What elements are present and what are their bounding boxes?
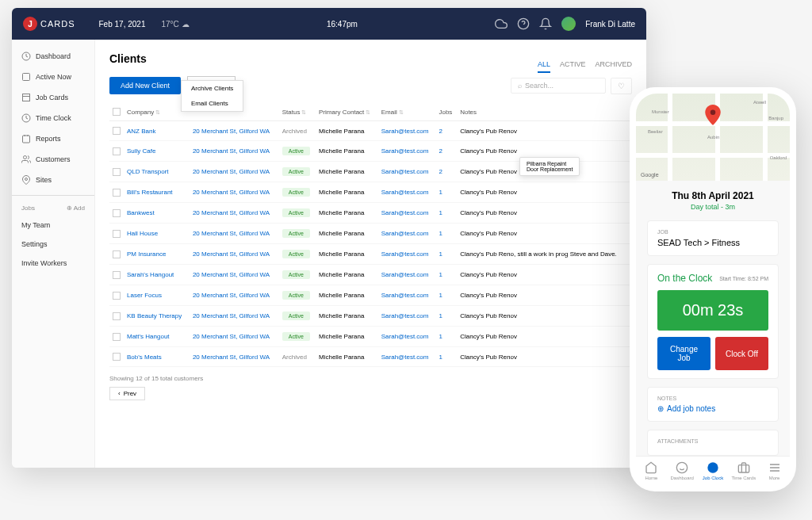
table-row[interactable]: ANZ Bank 20 Merchant St, Gilford WA Arch…: [109, 121, 632, 141]
tab-time-cards[interactable]: Time Cards: [728, 461, 759, 480]
tab-all[interactable]: ALL: [538, 57, 550, 73]
company-link[interactable]: Sarah's Hangout: [127, 271, 174, 278]
table-row[interactable]: Matt's Hangout 20 Merchant St, Gilford W…: [109, 327, 632, 347]
company-link[interactable]: ANZ Bank: [127, 128, 155, 135]
company-link[interactable]: Bill's Restaurant: [127, 189, 173, 196]
row-checkbox[interactable]: [113, 353, 121, 361]
favorite-button[interactable]: ♡: [611, 78, 632, 94]
table-row[interactable]: PM Insurance 20 Merchant St, Gilford WA …: [109, 244, 632, 265]
jobs-count[interactable]: 2: [439, 168, 442, 175]
jobs-count[interactable]: 1: [439, 312, 442, 319]
address-link[interactable]: 20 Merchant St, Gilford WA: [193, 250, 270, 258]
row-checkbox[interactable]: [113, 230, 121, 238]
jobs-count[interactable]: 1: [439, 230, 442, 237]
email-link[interactable]: Sarah@test.com: [381, 250, 429, 258]
select-all-checkbox[interactable]: [113, 108, 121, 116]
tab-job-clock[interactable]: Job Clock: [698, 461, 729, 480]
company-link[interactable]: Matt's Hangout: [127, 333, 170, 340]
table-row[interactable]: Bob's Meats 20 Merchant St, Gilford WA A…: [109, 347, 632, 367]
table-row[interactable]: KB Beauty Therapy 20 Merchant St, Gilfor…: [109, 306, 632, 327]
col-status[interactable]: Status⇅: [279, 103, 316, 121]
email-link[interactable]: Sarah@test.com: [381, 209, 429, 216]
add-client-button[interactable]: Add New Client: [109, 77, 181, 94]
prev-button[interactable]: ‹ Prev: [109, 387, 145, 400]
change-job-button[interactable]: Change Job: [657, 337, 710, 370]
address-link[interactable]: 20 Merchant St, Gilford WA: [193, 354, 270, 361]
company-link[interactable]: QLD Transport: [127, 168, 168, 175]
row-checkbox[interactable]: [113, 250, 121, 258]
address-link[interactable]: 20 Merchant St, Gilford WA: [193, 292, 270, 299]
address-link[interactable]: 20 Merchant St, Gilford WA: [193, 312, 270, 319]
bell-icon[interactable]: [539, 17, 552, 30]
username[interactable]: Frank Di Latte: [585, 20, 635, 29]
tab-home[interactable]: Home: [636, 461, 667, 480]
jobs-count[interactable]: 1: [439, 354, 442, 361]
email-link[interactable]: Sarah@test.com: [381, 354, 429, 361]
address-link[interactable]: 20 Merchant St, Gilford WA: [193, 230, 270, 237]
jobs-count[interactable]: 1: [439, 333, 442, 340]
add-notes-button[interactable]: ⊕ Add job notes: [657, 404, 768, 413]
tab-dashboard[interactable]: Dashboard: [667, 461, 698, 480]
jobs-count[interactable]: 1: [439, 209, 442, 216]
jobs-count[interactable]: 2: [439, 147, 442, 155]
address-link[interactable]: 20 Merchant St, Gilford WA: [193, 168, 270, 175]
address-link[interactable]: 20 Merchant St, Gilford WA: [193, 333, 270, 340]
row-checkbox[interactable]: [113, 189, 121, 197]
address-link[interactable]: 20 Merchant St, Gilford WA: [193, 128, 270, 135]
row-checkbox[interactable]: [113, 333, 121, 341]
email-link[interactable]: Sarah@test.com: [381, 312, 429, 319]
col-contact[interactable]: Primary Contact⇅: [316, 103, 378, 121]
company-link[interactable]: Hall House: [127, 230, 158, 237]
email-link[interactable]: Sarah@test.com: [381, 189, 429, 196]
company-link[interactable]: Laser Focus: [127, 292, 162, 299]
tab-archived[interactable]: ARCHIVED: [595, 57, 632, 73]
row-checkbox[interactable]: [113, 312, 121, 320]
col-jobs[interactable]: Jobs: [435, 103, 457, 121]
menu-archive-clients[interactable]: Archive Clients: [182, 81, 243, 96]
row-checkbox[interactable]: [113, 168, 121, 176]
add-job-button[interactable]: ⊕ Add: [67, 205, 85, 212]
nav-sites[interactable]: Sites: [12, 170, 94, 190]
email-link[interactable]: Sarah@test.com: [381, 271, 429, 278]
table-row[interactable]: Bankwest 20 Merchant St, Gilford WA Acti…: [109, 203, 632, 224]
row-checkbox[interactable]: [113, 127, 121, 135]
nav-customers[interactable]: Customers: [12, 149, 94, 170]
company-link[interactable]: Sully Cafe: [127, 147, 155, 155]
nav-dashboard[interactable]: Dashboard: [12, 46, 94, 67]
avatar[interactable]: [561, 17, 576, 31]
col-company[interactable]: Company⇅: [124, 103, 190, 121]
email-link[interactable]: Sarah@test.com: [381, 333, 429, 340]
address-link[interactable]: 20 Merchant St, Gilford WA: [193, 271, 270, 278]
nav-settings[interactable]: Settings: [12, 235, 94, 254]
weather-icon[interactable]: [495, 17, 508, 30]
jobs-count[interactable]: 1: [439, 292, 442, 299]
row-checkbox[interactable]: [113, 209, 121, 217]
row-checkbox[interactable]: [113, 292, 121, 300]
jobs-count[interactable]: 1: [439, 189, 442, 196]
company-link[interactable]: KB Beauty Therapy: [127, 312, 182, 319]
nav-my-team[interactable]: My Team: [12, 216, 94, 235]
row-checkbox[interactable]: [113, 147, 121, 155]
menu-email-clients[interactable]: Email Clients: [182, 96, 243, 111]
table-row[interactable]: Hall House 20 Merchant St, Gilford WA Ac…: [109, 224, 632, 244]
nav-reports[interactable]: Reports: [12, 128, 94, 149]
company-link[interactable]: PM Insurance: [127, 250, 166, 258]
address-link[interactable]: 20 Merchant St, Gilford WA: [193, 189, 270, 196]
company-link[interactable]: Bob's Meats: [127, 354, 162, 361]
clock-off-button[interactable]: Clock Off: [715, 337, 768, 370]
row-checkbox[interactable]: [113, 271, 121, 279]
nav-job-cards[interactable]: Job Cards: [12, 87, 94, 108]
email-link[interactable]: Sarah@test.com: [381, 147, 429, 155]
company-link[interactable]: Bankwest: [127, 209, 155, 216]
nav-time-clock[interactable]: Time Clock: [12, 108, 94, 128]
tab-active[interactable]: ACTIVE: [560, 57, 586, 73]
map-view[interactable]: Munster Atwell Beeliar Aubin Banjup Oakf…: [636, 94, 790, 181]
table-row[interactable]: Laser Focus 20 Merchant St, Gilford WA A…: [109, 285, 632, 306]
jobs-count[interactable]: 2: [439, 128, 442, 135]
address-link[interactable]: 20 Merchant St, Gilford WA: [193, 147, 270, 155]
address-link[interactable]: 20 Merchant St, Gilford WA: [193, 209, 270, 216]
search-input[interactable]: ⌕ Search...: [511, 78, 606, 94]
col-notes[interactable]: Notes: [457, 103, 632, 121]
table-row[interactable]: Sarah's Hangout 20 Merchant St, Gilford …: [109, 265, 632, 285]
tab-more[interactable]: More: [759, 461, 790, 480]
